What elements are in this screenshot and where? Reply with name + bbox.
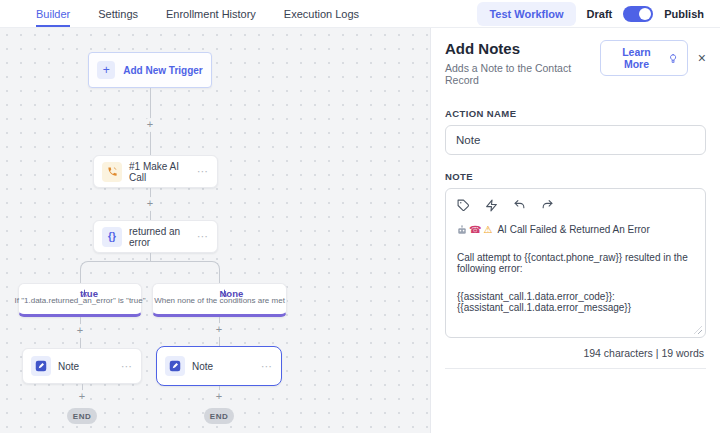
error-node-label: returned an error — [129, 226, 190, 248]
note-node-label: Note — [192, 361, 254, 372]
branch-none-node[interactable]: None When none of the conditions are met — [152, 283, 287, 317]
add-step-button[interactable]: + — [75, 390, 89, 404]
action-settings-panel: Add Notes Adds a Note to the Contact Rec… — [430, 28, 720, 433]
close-icon[interactable]: × — [698, 51, 706, 65]
add-step-button[interactable]: + — [212, 390, 226, 404]
learn-more-button[interactable]: Learn More — [600, 40, 687, 76]
tag-icon[interactable] — [457, 199, 470, 212]
note-heading-line: ☎ ⚠ AI Call Failed & Returned An Error — [457, 224, 694, 235]
top-bar: Builder Settings Enrollment History Exec… — [0, 0, 720, 28]
panel-header: Add Notes Adds a Note to the Contact Rec… — [445, 40, 706, 86]
note-node-right-selected[interactable]: Note ⋯ — [156, 346, 282, 386]
note-merge-fields-line: {{assistant_call.1.data.error_code}}: {{… — [457, 291, 694, 313]
end-badge: END — [204, 408, 234, 424]
returned-an-error-node[interactable]: {} returned an error ⋯ — [93, 220, 218, 253]
custom-values-icon[interactable] — [485, 199, 498, 212]
plus-icon: + — [97, 61, 115, 79]
tab-strip: Builder Settings Enrollment History Exec… — [0, 0, 359, 27]
add-step-button[interactable]: + — [73, 324, 87, 338]
publish-toggle[interactable] — [623, 6, 653, 22]
robot-icon — [457, 225, 467, 235]
note-editor[interactable]: ☎ ⚠ AI Call Failed & Returned An Error C… — [445, 188, 706, 338]
connector-branch-left — [80, 261, 150, 283]
publish-label: Publish — [664, 8, 704, 20]
lightbulb-icon — [668, 53, 678, 64]
ai-call-node[interactable]: #1 Make AI Call ⋯ — [93, 155, 218, 188]
warning-emoji: ⚠ — [483, 224, 492, 235]
note-editor-content[interactable]: ☎ ⚠ AI Call Failed & Returned An Error C… — [446, 214, 705, 340]
topbar-actions: Test Workflow Draft Publish — [477, 2, 720, 26]
phone-call-icon — [102, 162, 122, 182]
editor-toolbar — [446, 189, 705, 214]
panel-title: Add Notes — [445, 40, 600, 57]
add-step-button[interactable]: + — [143, 197, 157, 211]
action-name-input[interactable] — [445, 125, 706, 155]
learn-more-label: Learn More — [610, 46, 662, 70]
workflow-canvas[interactable]: + Add New Trigger + #1 Make AI Call ⋯ + … — [0, 28, 430, 433]
branch-true-node[interactable]: true If "1.data.returned_an_error" is "t… — [18, 283, 142, 317]
note-node-left[interactable]: Note ⋯ — [22, 348, 142, 384]
redo-icon[interactable] — [541, 199, 554, 212]
add-step-button[interactable]: + — [143, 118, 157, 132]
test-workflow-button[interactable]: Test Workflow — [477, 2, 575, 26]
tab-settings[interactable]: Settings — [98, 0, 138, 27]
add-new-trigger-node[interactable]: + Add New Trigger — [88, 52, 212, 88]
note-icon — [31, 356, 51, 376]
add-step-button[interactable]: + — [212, 323, 226, 337]
node-menu-icon[interactable]: ⋯ — [121, 360, 133, 373]
node-menu-icon[interactable]: ⋯ — [197, 230, 209, 243]
node-menu-icon[interactable]: ⋯ — [261, 360, 273, 373]
end-badge: END — [67, 408, 97, 424]
trigger-label: Add New Trigger — [123, 65, 202, 76]
note-node-label: Note — [58, 361, 114, 372]
tab-enrollment-history[interactable]: Enrollment History — [166, 0, 256, 27]
tab-execution-logs[interactable]: Execution Logs — [284, 0, 359, 27]
toggle-knob — [639, 8, 651, 20]
node-menu-icon[interactable]: ⋯ — [197, 165, 209, 178]
note-heading-text: AI Call Failed & Returned An Error — [497, 224, 649, 235]
phone-emoji: ☎ — [469, 224, 481, 235]
undo-icon[interactable] — [513, 199, 526, 212]
character-word-counter: 194 characters | 19 words — [445, 338, 706, 369]
draft-label: Draft — [587, 8, 613, 20]
note-field-label: NOTE — [445, 171, 706, 182]
note-body-line: Call attempt to {{contact.phone_raw}} re… — [457, 252, 694, 274]
tab-builder[interactable]: Builder — [36, 0, 70, 27]
braces-icon: {} — [102, 227, 122, 247]
note-icon — [165, 356, 185, 376]
action-name-label: ACTION NAME — [445, 108, 706, 119]
ai-call-label: #1 Make AI Call — [129, 161, 190, 183]
panel-subtitle: Adds a Note to the Contact Record — [445, 62, 600, 86]
connector-branch-right — [150, 261, 220, 283]
